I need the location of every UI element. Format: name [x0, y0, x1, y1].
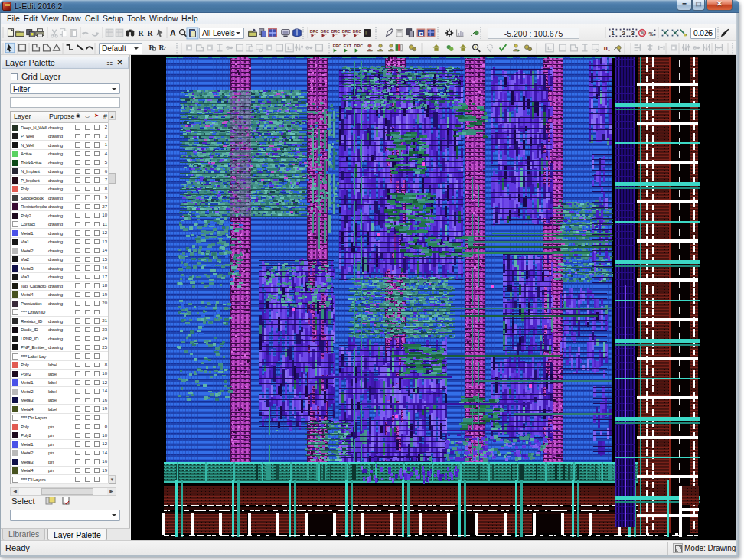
svg-text:R: R: [138, 29, 144, 37]
svg-text:n: n: [603, 44, 608, 52]
svg-text:%: %: [649, 31, 654, 37]
svg-text:DRC: DRC: [342, 29, 351, 34]
svg-text:B: B: [419, 31, 423, 37]
svg-text:ERC: ERC: [333, 44, 341, 48]
svg-text:DRC: DRC: [331, 29, 341, 34]
svg-text:DRC: DRC: [354, 44, 364, 48]
svg-text:DRC: DRC: [353, 29, 362, 34]
svg-text:1: 1: [611, 30, 615, 37]
svg-text:EXT: EXT: [344, 44, 352, 48]
svg-text:R: R: [147, 29, 153, 37]
svg-text:A: A: [170, 28, 176, 37]
svg-text:2: 2: [622, 30, 625, 37]
svg-text:DRC: DRC: [321, 29, 330, 34]
svg-text:R: R: [158, 44, 165, 52]
svg-text:DRC: DRC: [310, 29, 319, 34]
svg-text:3: 3: [631, 30, 635, 37]
